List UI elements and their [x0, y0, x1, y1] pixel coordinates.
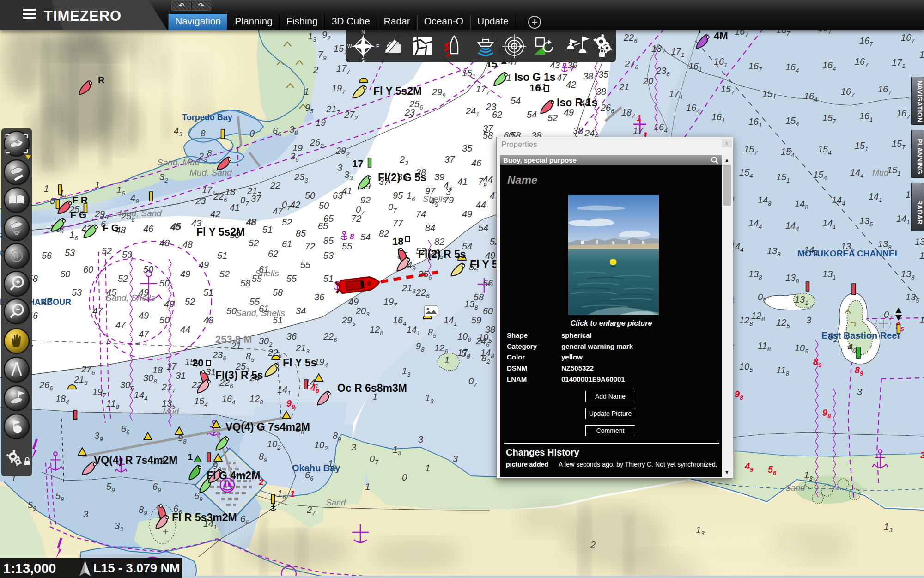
svg-text:50: 50 [226, 306, 237, 316]
svg-text:50: 50 [122, 249, 132, 260]
svg-text:Fl Y 5s2M: Fl Y 5s2M [196, 226, 245, 238]
svg-text:3: 3 [857, 387, 862, 397]
svg-text:52: 52 [102, 246, 112, 256]
svg-text:52: 52 [185, 297, 195, 307]
svg-text:44: 44 [476, 200, 486, 210]
svg-text:0: 0 [402, 472, 407, 482]
svg-text:Fl R 5s3m2M: Fl R 5s3m2M [172, 511, 237, 523]
svg-text:Fl(3) R 5s: Fl(3) R 5s [215, 369, 263, 381]
svg-text:VQ(4) G 7s4m2M: VQ(4) G 7s4m2M [225, 421, 310, 433]
svg-text:82: 82 [379, 228, 389, 238]
svg-text:R: R [98, 75, 105, 85]
svg-text:R: R [13, 252, 19, 260]
svg-text:63: 63 [333, 190, 343, 201]
svg-text:48: 48 [246, 217, 256, 227]
svg-text:20: 20 [643, 76, 653, 86]
svg-text:49: 49 [180, 269, 190, 279]
svg-text:62: 62 [492, 110, 502, 120]
svg-text:3: 3 [337, 163, 342, 173]
svg-text:47: 47 [557, 73, 567, 83]
svg-text:36: 36 [286, 331, 297, 341]
svg-text:49: 49 [199, 260, 209, 270]
svg-text:54: 54 [478, 223, 488, 233]
svg-text:35: 35 [462, 143, 473, 153]
svg-text:1: 1 [444, 355, 450, 365]
svg-text:95: 95 [393, 190, 403, 201]
svg-text:54: 54 [511, 96, 521, 106]
svg-text:46: 46 [143, 224, 154, 234]
svg-text:50: 50 [159, 278, 170, 288]
svg-text:W: W [347, 44, 352, 49]
svg-text:48: 48 [159, 238, 170, 248]
svg-text:45: 45 [171, 221, 182, 231]
svg-text:1: 1 [304, 86, 309, 97]
svg-text:61: 61 [282, 239, 292, 249]
svg-text:Sand, Shells: Sand, Shells [106, 293, 155, 303]
svg-text:1: 1 [290, 489, 295, 499]
svg-text:74: 74 [416, 209, 426, 219]
svg-text:50: 50 [319, 201, 329, 211]
svg-text:Sand, Mud: Sand, Mud [157, 158, 200, 167]
svg-text:72: 72 [351, 213, 361, 224]
svg-text:55: 55 [342, 241, 353, 251]
svg-text:50: 50 [143, 264, 153, 274]
svg-text:51: 51 [203, 287, 213, 298]
svg-text:3: 3 [418, 434, 423, 444]
svg-text:31: 31 [176, 371, 186, 381]
svg-text:48: 48 [182, 239, 193, 249]
svg-text:38: 38 [596, 86, 606, 97]
svg-text:39: 39 [434, 172, 444, 182]
svg-text:48: 48 [203, 315, 213, 325]
svg-text:42: 42 [290, 200, 300, 210]
svg-text:21: 21 [619, 82, 629, 92]
svg-text:47: 47 [116, 320, 126, 330]
svg-text:58: 58 [483, 130, 493, 140]
svg-text:53: 53 [72, 287, 82, 298]
svg-text:84: 84 [425, 223, 435, 233]
svg-text:F G: F G [70, 209, 86, 220]
svg-text:East Bastion Reef: East Bastion Reef [821, 330, 900, 341]
svg-text:19: 19 [316, 117, 326, 128]
svg-text:52: 52 [282, 217, 292, 227]
svg-text:54: 54 [360, 232, 371, 242]
svg-text:44: 44 [180, 324, 190, 335]
svg-text:52: 52 [547, 113, 558, 123]
svg-text:18: 18 [152, 365, 163, 375]
svg-text:Mud: Mud [872, 168, 889, 177]
svg-text:1: 1 [95, 180, 100, 190]
svg-text:42: 42 [566, 79, 576, 90]
svg-text:2: 2 [590, 540, 596, 550]
svg-text:51: 51 [262, 225, 273, 235]
svg-text:60: 60 [60, 269, 70, 279]
svg-text:38: 38 [583, 71, 593, 81]
svg-text:1: 1 [425, 463, 430, 473]
svg-text:Sand, Shells: Sand, Shells [236, 308, 285, 318]
svg-text:49: 49 [462, 209, 472, 219]
svg-text:55: 55 [300, 260, 311, 270]
svg-text:85: 85 [296, 228, 306, 238]
svg-text:56: 56 [483, 278, 493, 288]
svg-text:Okahu Bay: Okahu Bay [292, 463, 340, 473]
svg-text:8: 8 [201, 128, 206, 138]
svg-text:60: 60 [483, 306, 493, 316]
svg-text:Sand: Sand [326, 498, 346, 507]
svg-text:50: 50 [159, 315, 170, 325]
svg-text:20: 20 [192, 357, 203, 369]
svg-text:Mud, Sand: Mud, Sand [119, 208, 162, 218]
svg-text:VQ(4) R 7s4m2M: VQ(4) R 7s4m2M [94, 454, 178, 466]
svg-text:Fl(2) R 5s: Fl(2) R 5s [418, 248, 466, 260]
svg-text:38: 38 [485, 324, 495, 335]
svg-text:Mud, Sand: Mud, Sand [189, 168, 232, 177]
svg-text:49: 49 [348, 297, 359, 307]
svg-text:60: 60 [83, 264, 93, 274]
svg-text:F R: F R [72, 195, 88, 205]
svg-text:Fl G 4m2M: Fl G 4m2M [207, 469, 260, 481]
svg-text:Iso R 1s: Iso R 1s [557, 97, 597, 109]
svg-text:55: 55 [286, 274, 297, 284]
svg-text:22: 22 [270, 180, 280, 190]
svg-text:4M: 4M [714, 30, 728, 42]
svg-text:Sand: Sand [785, 483, 805, 493]
svg-text:46: 46 [471, 158, 482, 168]
svg-text:0: 0 [249, 128, 255, 139]
svg-text:MOTUKOREA CHANNEL: MOTUKOREA CHANNEL [797, 249, 900, 258]
